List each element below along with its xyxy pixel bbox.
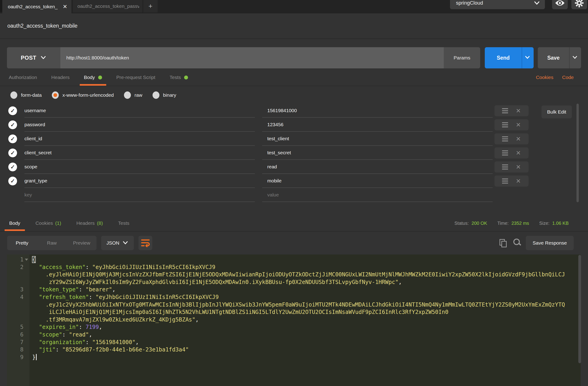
tab-pre-request-script[interactable]: Pre-request Script — [116, 69, 155, 86]
radio-icon[interactable] — [10, 91, 17, 99]
code-text: .tf3MRmqavA7mjZXl9w0ZkLxed6UZkrkZ_4KDjg5… — [29, 316, 199, 324]
view-raw[interactable]: Raw — [37, 240, 67, 246]
drag-handle-icon[interactable] — [502, 150, 508, 155]
radio-icon[interactable] — [152, 91, 159, 99]
save-button[interactable]: Save — [538, 47, 569, 68]
token-str: "bearer" — [85, 286, 112, 293]
tab-authorization[interactable]: Authorization — [9, 69, 37, 86]
delete-row-icon[interactable]: ✕ — [516, 108, 521, 114]
kv-key-input[interactable]: key — [24, 188, 255, 202]
drag-handle-icon[interactable] — [502, 122, 508, 127]
tab-headers[interactable]: Headers — [51, 69, 70, 86]
kv-value-input[interactable]: 123456 — [262, 118, 493, 132]
kv-key-input[interactable]: username — [24, 104, 255, 118]
response-tab-cookies[interactable]: Cookies(1) — [36, 215, 61, 231]
save-options-button[interactable] — [569, 47, 581, 68]
kv-key-input[interactable]: client_secret — [24, 146, 255, 160]
tab-bar-edge — [0, 0, 2, 12]
kv-value-input[interactable]: value — [262, 188, 493, 202]
request-panel-scrollbar[interactable] — [576, 104, 579, 202]
view-preview[interactable]: Preview — [67, 240, 97, 246]
response-size: Size:1.06 KB — [539, 221, 569, 226]
body-mode-binary[interactable]: binary — [152, 91, 176, 99]
body-mode-x-www-form-urlencoded[interactable]: x-www-form-urlencoded — [52, 91, 114, 99]
response-tab-count: (1) — [55, 220, 61, 226]
token-plain: { — [32, 256, 36, 263]
kv-row-actions: ✕ — [494, 119, 528, 130]
environment-quicklook-button[interactable] — [552, 0, 568, 9]
fold-arrow-icon[interactable] — [25, 259, 28, 261]
save-response-button[interactable]: Save Response — [526, 236, 574, 250]
close-tab-icon[interactable]: ✕ — [63, 4, 67, 9]
token-plain: : — [85, 339, 92, 345]
kv-key-input[interactable]: scope — [24, 160, 255, 174]
kv-value-input[interactable]: read — [262, 160, 493, 174]
new-tab-button[interactable]: + — [143, 0, 158, 12]
radio-icon[interactable] — [124, 91, 131, 99]
kv-value-input[interactable]: mobile — [262, 174, 493, 188]
token-num: 7199 — [85, 324, 99, 330]
search-response-button[interactable] — [513, 239, 521, 246]
wrap-text-button[interactable] — [138, 236, 152, 250]
checkbox-checked-icon[interactable]: ✓ — [8, 106, 17, 115]
response-tab-count: (8) — [97, 220, 103, 226]
token-plain — [32, 346, 39, 353]
drag-handle-icon[interactable] — [502, 179, 508, 183]
response-format-select[interactable]: JSON — [101, 236, 134, 250]
delete-row-icon[interactable]: ✕ — [516, 122, 521, 128]
delete-row-icon[interactable]: ✕ — [516, 164, 521, 170]
checkbox-checked-icon[interactable]: ✓ — [8, 177, 17, 185]
checkbox-checked-icon[interactable]: ✓ — [8, 149, 17, 157]
url-input[interactable]: http://host1:8000/oauth/token — [60, 47, 444, 68]
body-mode-form-data[interactable]: form-data — [10, 91, 42, 99]
bulk-edit-button[interactable]: Bulk Edit — [542, 105, 572, 118]
tab-oauth2-access-token[interactable]: oauth2_access_token_ ✕ — [2, 0, 71, 13]
response-body-viewer[interactable]: 1{2 "access_token": "eyJhbGciOiJIUzI1NiI… — [7, 254, 581, 386]
method-select[interactable]: POST — [7, 47, 60, 68]
environment-select[interactable]: springCloud — [450, 0, 545, 9]
tab-tests[interactable]: Tests — [169, 69, 188, 86]
cookies-link[interactable]: Cookies — [536, 75, 553, 80]
response-scrollbar[interactable] — [578, 255, 581, 363]
kv-value-input[interactable]: test_secret — [262, 146, 493, 160]
response-tab-headers[interactable]: Headers(8) — [76, 215, 103, 231]
request-name-bar: oauth2_access_token_mobile — [0, 13, 588, 39]
drag-handle-icon[interactable] — [502, 136, 508, 142]
plus-icon: + — [148, 2, 152, 10]
drag-handle-icon[interactable] — [502, 164, 508, 169]
checkbox-checked-icon[interactable]: ✓ — [8, 163, 17, 171]
settings-button[interactable] — [571, 0, 587, 9]
tab-body[interactable]: Body — [84, 69, 102, 86]
response-tab-tests[interactable]: Tests — [118, 215, 129, 231]
response-tab-body[interactable]: Body — [9, 215, 20, 231]
drag-handle-icon[interactable] — [502, 108, 508, 113]
view-pretty[interactable]: Pretty — [7, 240, 37, 246]
body-mode-raw[interactable]: raw — [124, 91, 142, 99]
token-str: .eyJleHAiOjE1NjQ0MjA3MjcsInVzZXJfbmFtZSI… — [32, 271, 565, 278]
send-button[interactable]: Send — [485, 47, 522, 68]
code-link[interactable]: Code — [562, 75, 574, 80]
kv-key-input[interactable]: grant_type — [24, 174, 255, 188]
code-line: 6 "scope": "read", — [7, 331, 581, 339]
code-text: iLCJleHAiOjE1NjQ1MjE1MjcsImp0aSI6IjNhZTk… — [29, 308, 448, 316]
code-line: .tf3MRmqavA7mjZXl9w0ZkLxed6UZkrkZ_4KDjg5… — [7, 316, 581, 324]
tab-oauth2-access-token-passv[interactable]: oauth2_access_token_passv — [73, 0, 142, 12]
copy-response-button[interactable] — [500, 239, 505, 246]
delete-row-icon[interactable]: ✕ — [516, 136, 521, 142]
checkbox-checked-icon[interactable]: ✓ — [8, 121, 17, 129]
token-plain: , — [195, 316, 199, 323]
delete-row-icon[interactable]: ✕ — [516, 178, 521, 184]
kv-value-input[interactable]: test_client — [262, 132, 493, 146]
token-plain — [32, 264, 39, 270]
send-options-button[interactable] — [522, 47, 534, 68]
kv-key-input[interactable]: client_id — [24, 132, 255, 146]
kv-key-input[interactable]: password — [24, 118, 255, 132]
radio-icon[interactable] — [52, 91, 59, 99]
token-plain — [32, 286, 39, 293]
kv-value-input[interactable]: 15619841000 — [262, 104, 493, 118]
tab-label: Body — [84, 75, 95, 80]
delete-row-icon[interactable]: ✕ — [516, 150, 521, 156]
params-button[interactable]: Params — [444, 47, 480, 68]
checkbox-checked-icon[interactable]: ✓ — [8, 135, 17, 143]
line-number: 1 — [7, 256, 29, 264]
